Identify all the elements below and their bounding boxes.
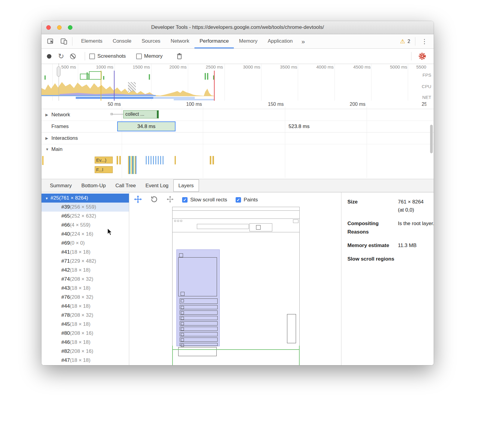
divider — [85, 52, 85, 60]
device-toolbar-icon[interactable] — [58, 34, 71, 48]
overview-time-label: 3500 ms — [264, 64, 297, 69]
overview-time-label: 1000 ms — [80, 64, 113, 69]
wireframe-box — [256, 225, 261, 230]
layer-tree-item[interactable]: ▼#25(761 × 8264) — [41, 194, 129, 203]
flame-event-bar[interactable]: Ev...) — [95, 157, 113, 164]
paint-boundary-line — [172, 346, 173, 365]
bottom-tab[interactable]: Layers — [173, 179, 199, 192]
selection-handle[interactable] — [57, 66, 60, 77]
pan-mode-icon[interactable] — [134, 195, 142, 204]
memory-checkbox[interactable] — [136, 53, 142, 59]
minimize-button[interactable] — [57, 25, 62, 30]
layer-canvas-pane[interactable]: Slow scroll rects Paints — [129, 192, 341, 365]
layer-id: #41 — [61, 249, 70, 255]
slow-scroll-check-group: Slow scroll rects — [182, 197, 227, 203]
layer-tree-item[interactable]: #46(18 × 18) — [41, 338, 129, 347]
wireframe-box — [249, 223, 272, 231]
event-marker-line — [101, 71, 101, 101]
titlebar[interactable]: Developer Tools - https://developers.goo… — [41, 21, 434, 34]
net-segment — [174, 99, 214, 100]
inspect-element-icon[interactable] — [44, 34, 58, 48]
bottom-tabs: SummaryBottom-UpCall TreeEvent LogLayers — [45, 179, 199, 192]
layer-tree-item[interactable]: #74(208 × 32) — [41, 275, 129, 284]
bottom-tab[interactable]: Event Log — [141, 179, 173, 192]
flame-cluster — [210, 156, 214, 164]
layer-tree-item[interactable]: #47(18 × 18) — [41, 356, 129, 365]
vertical-scrollbar-thumb[interactable] — [430, 125, 433, 153]
bottom-tab[interactable]: Summary — [45, 179, 77, 192]
reset-transform-icon[interactable] — [166, 196, 174, 204]
disclosure-triangle-icon[interactable]: ▶ — [45, 133, 51, 144]
timeline-overview[interactable]: 500 ms1000 ms1500 ms2000 ms2500 ms3000 m… — [41, 63, 434, 101]
flame-event-bar[interactable]: F...l — [95, 166, 113, 173]
divider — [72, 37, 72, 46]
warning-icon[interactable]: ⚠ — [400, 38, 405, 45]
layer-tree-item[interactable]: #44(18 × 18) — [41, 302, 129, 311]
fps-bar — [149, 74, 150, 80]
layer-tree-pane: ▼#25(761 × 8264) #39(256 × 559) #65(252 … — [41, 192, 129, 365]
layer-size: (229 × 482) — [70, 258, 96, 264]
devtools-tab[interactable]: Network — [166, 34, 194, 48]
layer-tree-item[interactable]: #45(18 × 18) — [41, 320, 129, 329]
layer-tree-item[interactable]: #66(4 × 559) — [41, 221, 129, 230]
tabbar-right: ⚠ 2 ⋮ — [400, 37, 434, 46]
disclosure-triangle-icon[interactable]: ▶ — [45, 109, 51, 121]
devtools-tab[interactable]: Performance — [194, 34, 234, 48]
layer-tree-item[interactable]: #40(224 × 16) — [41, 230, 129, 239]
layer-tree-item[interactable]: #78(208 × 32) — [41, 311, 129, 320]
track-frames: Frames 34.8 ms 523.8 ms — [41, 121, 434, 133]
wireframe-box — [178, 347, 217, 356]
layer-tree-item[interactable]: #41(18 × 18) — [41, 248, 129, 257]
devtools-tab[interactable]: Console — [108, 34, 136, 48]
composited-layer-overlay[interactable] — [176, 249, 220, 346]
layer-size: (208 × 32) — [70, 276, 93, 282]
flame-sliver — [42, 156, 44, 165]
clear-icon[interactable] — [70, 53, 76, 59]
overview-time-label: 5000 ms — [374, 64, 407, 69]
layer-tree-item[interactable]: #80(208 × 16) — [41, 329, 129, 338]
layer-tree-item[interactable]: #43(18 × 18) — [41, 284, 129, 293]
layer-tree-item[interactable]: #82(208 × 16) — [41, 347, 129, 356]
layer-size: (18 × 18) — [70, 249, 90, 255]
bottom-tab[interactable]: Bottom-Up — [77, 179, 111, 192]
selected-frame[interactable]: 34.8 ms — [117, 121, 176, 131]
disclosure-triangle-icon[interactable]: ▼ — [45, 144, 51, 154]
layer-tree-item[interactable]: #71(229 × 482) — [41, 257, 129, 266]
rotate-mode-icon[interactable] — [150, 195, 158, 204]
reload-icon[interactable]: ↻ — [58, 53, 64, 59]
flame-cluster — [128, 156, 136, 174]
more-tabs-icon[interactable]: » — [298, 38, 309, 45]
paints-check-group: Paints — [236, 197, 258, 203]
close-button[interactable] — [46, 25, 51, 30]
layer-id: #71 — [61, 258, 70, 264]
bottom-tab[interactable]: Call Tree — [111, 179, 141, 192]
devtools-tab[interactable]: Memory — [234, 34, 262, 48]
layer-tree-item[interactable]: #69(0 × 0) — [41, 239, 129, 248]
slow-scroll-rects-checkbox[interactable] — [182, 197, 188, 203]
paints-checkbox[interactable] — [236, 197, 241, 203]
layer-tree-item[interactable]: #42(18 × 18) — [41, 266, 129, 275]
layer-size: (18 × 18) — [70, 321, 90, 327]
network-request-bar[interactable]: collect ... — [123, 110, 159, 118]
screenshots-label: Screenshots — [97, 53, 126, 59]
record-button[interactable] — [47, 54, 51, 59]
layer-size: (18 × 18) — [70, 267, 90, 273]
devtools-tab[interactable]: Application — [263, 34, 298, 48]
devtools-tab[interactable]: Sources — [136, 34, 165, 48]
zoom-button[interactable] — [68, 25, 72, 30]
trash-icon[interactable] — [173, 49, 186, 64]
track-network: ▶ Network collect ... — [41, 109, 434, 121]
overview-time-label: 4000 ms — [301, 64, 334, 69]
layer-tree-item[interactable]: #76(208 × 32) — [41, 293, 129, 302]
screenshots-checkbox[interactable] — [89, 53, 95, 59]
settings-gear-icon[interactable] — [416, 52, 429, 60]
ruler-label: 150 ms — [257, 102, 284, 107]
layer-size: (0 × 0) — [70, 240, 85, 246]
layer-id: #65 — [61, 213, 70, 219]
layer-tree-item[interactable]: #65(252 × 632) — [41, 212, 129, 221]
kebab-menu-icon[interactable]: ⋮ — [419, 38, 430, 45]
layer-tree-item[interactable]: #39(256 × 559) — [41, 203, 129, 212]
devtools-tab[interactable]: Elements — [76, 34, 108, 48]
expand-arrow-icon[interactable]: ▼ — [45, 194, 50, 203]
main-flame-chart[interactable]: Ev...) F...l — [41, 154, 434, 179]
